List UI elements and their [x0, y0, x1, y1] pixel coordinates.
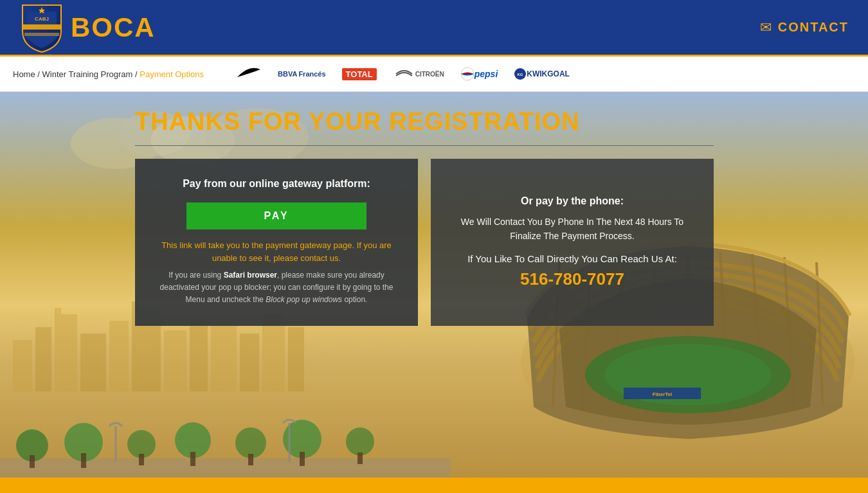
safari-bold: Safari browser — [224, 271, 277, 280]
svg-rect-46 — [139, 454, 144, 465]
sponsor-bbva: BBVA Francés — [278, 70, 326, 78]
svg-rect-40 — [0, 458, 450, 478]
svg-rect-25 — [288, 327, 304, 391]
breadcrumb-program[interactable]: Winter Training Program — [42, 69, 133, 79]
svg-rect-52 — [300, 452, 305, 466]
breadcrumb: Home / Winter Training Program / Payment… — [13, 69, 204, 79]
svg-rect-44 — [81, 453, 86, 468]
sponsor-citroen: CITROËN — [393, 67, 444, 80]
hero-section: FiberTel — [0, 92, 868, 478]
sponsor-kwikgoal: KG KWIKGOAL — [514, 67, 570, 80]
email-icon: ✉ — [760, 19, 772, 36]
svg-rect-20 — [164, 330, 186, 391]
pepsi-circle-icon — [460, 67, 475, 81]
svg-rect-23 — [240, 334, 259, 391]
boca-logo-text: BOCA — [71, 12, 156, 43]
info-text-1: If you are using — [168, 271, 223, 280]
nav-bar: Home / Winter Training Program / Payment… — [0, 57, 868, 92]
svg-rect-42 — [30, 455, 35, 468]
sponsor-total: TOTAL — [342, 68, 377, 80]
call-directly-text: If You Like To Call Directly You Can Rea… — [467, 253, 677, 264]
sponsor-pepsi: pepsi — [460, 67, 498, 81]
contact-button[interactable]: ✉ CONTACT — [760, 19, 849, 36]
contact-label: CONTACT — [778, 20, 849, 35]
info-text-3: option. — [342, 295, 367, 304]
citroen-icon — [393, 67, 415, 80]
block-popup-italic: Block pop up windows — [266, 295, 342, 304]
breadcrumb-sep1: / — [37, 69, 42, 79]
logo-area: CABJ BOCA — [19, 2, 156, 53]
header: CABJ BOCA ✉ CONTACT — [0, 0, 868, 57]
payment-cards: Pay from our online gateway platform: PA… — [135, 159, 739, 326]
phone-payment-card: Or pay by the phone: We Will Contact You… — [431, 159, 714, 326]
svg-rect-17 — [109, 321, 129, 391]
online-payment-title: Pay from our online gateway platform: — [183, 178, 370, 190]
svg-point-53 — [346, 427, 374, 456]
phone-payment-title: Or pay by the phone: — [521, 195, 624, 207]
title-divider — [135, 145, 714, 146]
online-payment-card: Pay from our online gateway platform: PA… — [135, 159, 418, 326]
breadcrumb-home[interactable]: Home — [13, 69, 35, 79]
svg-point-49 — [235, 427, 266, 458]
breadcrumb-current: Payment Options — [140, 69, 204, 79]
svg-rect-14 — [55, 314, 77, 391]
phone-description: We Will Contact You By Phone In The Next… — [447, 215, 698, 244]
sponsors-bar: BBVA Francés TOTAL CITROËN pepsi — [236, 67, 570, 81]
svg-rect-50 — [248, 454, 253, 465]
payment-warning: This link will take you to the payment g… — [151, 239, 402, 264]
svg-rect-22 — [211, 324, 237, 391]
nike-icon — [236, 67, 262, 80]
footer — [0, 478, 868, 493]
sponsor-nike — [236, 67, 262, 80]
main-content: THANKS FOR YOUR REGISTRATION Pay from ou… — [0, 92, 868, 326]
svg-rect-4 — [24, 33, 59, 36]
svg-rect-54 — [357, 453, 363, 464]
svg-rect-48 — [190, 452, 195, 466]
svg-text:CABJ: CABJ — [35, 16, 49, 22]
svg-rect-0 — [23, 24, 61, 30]
trees-decoration — [0, 394, 482, 478]
svg-rect-16 — [80, 334, 106, 391]
svg-text:KG: KG — [518, 73, 523, 76]
svg-rect-12 — [13, 340, 32, 391]
svg-rect-24 — [262, 314, 285, 391]
pay-button[interactable]: PAY — [186, 202, 366, 229]
svg-rect-13 — [35, 327, 51, 391]
phone-number: 516-780-7077 — [520, 269, 624, 289]
club-logo: CABJ — [19, 2, 64, 53]
kwikgoal-icon: KG — [514, 67, 527, 80]
page-title: THANKS FOR YOUR REGISTRATION — [135, 108, 868, 136]
safari-info: If you are using Safari browser, please … — [151, 269, 402, 307]
svg-rect-21 — [190, 318, 208, 391]
